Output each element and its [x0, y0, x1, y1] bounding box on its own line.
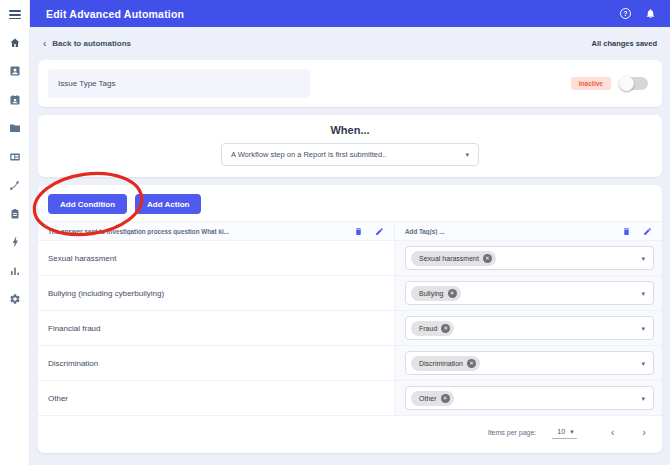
pencil-icon — [643, 227, 652, 236]
actions-bar: Add Condition Add Action — [38, 194, 662, 214]
trigger-value: A Workflow step on a Report is first sub… — [231, 150, 386, 159]
tag-chip: Other✕ — [411, 391, 454, 406]
tag-cell: Bullying✕ ▾ — [395, 276, 662, 310]
when-card: When... A Workflow step on a Report is f… — [38, 115, 662, 177]
answer-cell: Financial fraud — [38, 311, 395, 345]
tag-cell: Other✕ ▾ — [395, 381, 662, 415]
help-icon[interactable]: ? — [620, 8, 631, 19]
sidebar-item-tasks[interactable] — [9, 208, 21, 220]
tag-select[interactable]: Bullying✕ ▾ — [405, 281, 654, 305]
items-per-page-label: Items per page: — [488, 429, 537, 436]
tag-select[interactable]: Fraud✕ ▾ — [405, 316, 654, 340]
board-icon — [9, 151, 21, 163]
trash-icon — [354, 227, 363, 236]
report-icon — [9, 65, 21, 77]
conditions-card: Add Condition Add Action The answer sent… — [38, 185, 662, 453]
home-icon — [9, 37, 21, 49]
app-header: Edit Advanced Automation ? — [30, 0, 670, 27]
page-size-value: 10 — [557, 428, 565, 435]
workflow-icon — [9, 179, 21, 191]
tag-select[interactable]: Other✕ ▾ — [405, 386, 654, 410]
sidebar-item-analytics[interactable] — [9, 265, 21, 277]
edit-action-button[interactable] — [643, 227, 652, 236]
table-row: Other Other✕ ▾ — [38, 381, 662, 416]
sidebar-item-automations[interactable] — [9, 236, 21, 248]
tasks-icon — [9, 208, 21, 220]
edit-condition-button[interactable] — [375, 227, 384, 236]
answer-cell: Discrimination — [38, 346, 395, 380]
settings-icon — [9, 293, 21, 305]
chevron-down-icon: ▾ — [465, 151, 469, 158]
analytics-icon — [9, 265, 21, 277]
pencil-icon — [375, 227, 384, 236]
answer-cell: Sexual harassment — [38, 241, 395, 275]
previous-page-button[interactable]: ‹ — [611, 427, 615, 438]
page-title: Edit Advanced Automation — [46, 8, 184, 20]
chevron-down-icon: ▾ — [570, 428, 574, 435]
back-link[interactable]: ‹ Back to automations — [43, 39, 131, 49]
chevron-down-icon: ▾ — [641, 325, 645, 332]
tag-select[interactable]: Sexual harassment✕ ▾ — [405, 246, 654, 270]
chevron-down-icon: ▾ — [641, 290, 645, 297]
toggle-knob — [619, 76, 634, 91]
tag-cell: Discrimination✕ ▾ — [395, 346, 662, 380]
answer-cell: Other — [38, 381, 395, 415]
automation-name-card: Inactive — [38, 60, 662, 107]
sidebar — [0, 0, 30, 465]
remove-tag-icon[interactable]: ✕ — [467, 359, 476, 368]
automations-icon — [9, 236, 21, 248]
tag-chip: Bullying✕ — [411, 286, 461, 301]
folder-icon — [9, 122, 21, 134]
notifications-icon[interactable] — [645, 8, 656, 19]
back-label: Back to automations — [52, 39, 131, 48]
sidebar-item-contacts[interactable] — [9, 94, 21, 106]
pagination-bar: Items per page: 10 ▾ ‹ › — [38, 416, 662, 448]
chevron-down-icon: ▾ — [641, 255, 645, 262]
sidebar-item-reports[interactable] — [9, 65, 21, 77]
tag-chip: Sexual harassment✕ — [411, 251, 496, 266]
automation-name-input[interactable] — [48, 69, 310, 98]
status-badge: Inactive — [571, 77, 611, 90]
sidebar-item-settings[interactable] — [9, 293, 21, 305]
next-page-button[interactable]: › — [642, 427, 646, 438]
table-row: Financial fraud Fraud✕ ▾ — [38, 311, 662, 346]
condition-header-label: The answer sent to Investigation process… — [48, 228, 342, 235]
remove-tag-icon[interactable]: ✕ — [441, 324, 450, 333]
remove-tag-icon[interactable]: ✕ — [448, 289, 457, 298]
main-content: ‹ Back to automations All changes saved … — [30, 27, 670, 465]
remove-tag-icon[interactable]: ✕ — [441, 394, 450, 403]
contacts-icon — [9, 94, 21, 106]
tag-cell: Sexual harassment✕ ▾ — [395, 241, 662, 275]
trigger-select[interactable]: A Workflow step on a Report is first sub… — [221, 143, 479, 166]
add-action-button[interactable]: Add Action — [135, 194, 201, 214]
action-header-label: Add Tag(s) ... — [405, 228, 610, 235]
sidebar-item-home[interactable] — [9, 37, 21, 49]
delete-condition-button[interactable] — [354, 227, 363, 236]
menu-icon[interactable] — [9, 8, 21, 22]
page-size-select[interactable]: 10 ▾ — [552, 426, 576, 439]
chevron-down-icon: ▾ — [641, 360, 645, 367]
table-header: The answer sent to Investigation process… — [38, 221, 662, 241]
save-status: All changes saved — [592, 39, 657, 48]
tag-cell: Fraud✕ ▾ — [395, 311, 662, 345]
remove-tag-icon[interactable]: ✕ — [483, 254, 492, 263]
tag-chip: Fraud✕ — [411, 321, 454, 336]
sidebar-item-board[interactable] — [9, 151, 21, 163]
trash-icon — [622, 227, 631, 236]
action-column-header: Add Tag(s) ... — [395, 222, 662, 240]
back-chevron-icon: ‹ — [43, 39, 46, 49]
add-condition-button[interactable]: Add Condition — [48, 194, 127, 214]
table-row: Discrimination Discrimination✕ ▾ — [38, 346, 662, 381]
table-row: Bullying (including cyberbullying) Bully… — [38, 276, 662, 311]
active-toggle[interactable] — [621, 77, 648, 90]
sidebar-item-files[interactable] — [9, 122, 21, 134]
answer-cell: Bullying (including cyberbullying) — [38, 276, 395, 310]
app-window: Edit Advanced Automation ? ‹ Back to aut… — [0, 0, 670, 465]
when-heading: When... — [38, 124, 662, 136]
tag-select[interactable]: Discrimination✕ ▾ — [405, 351, 654, 375]
delete-action-button[interactable] — [622, 227, 631, 236]
sidebar-item-workflows[interactable] — [9, 179, 21, 191]
condition-column-header: The answer sent to Investigation process… — [38, 222, 395, 240]
chevron-down-icon: ▾ — [641, 395, 645, 402]
tag-chip: Discrimination✕ — [411, 356, 480, 371]
